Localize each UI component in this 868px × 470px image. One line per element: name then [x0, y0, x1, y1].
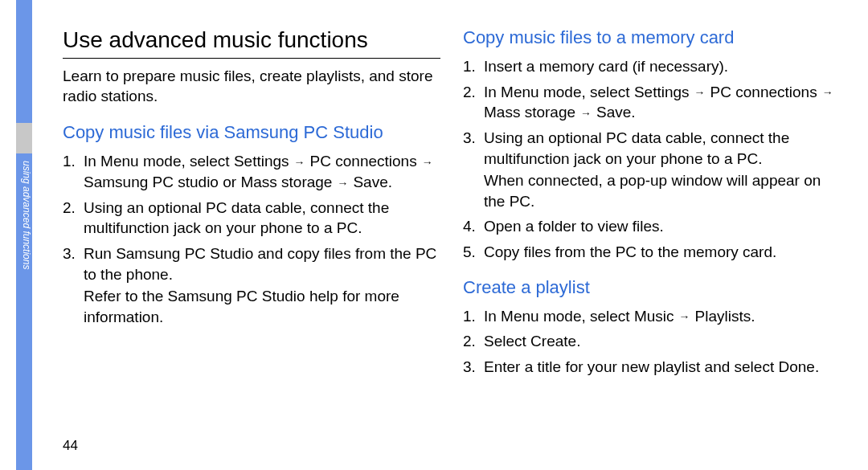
right-column: Copy music files to a memory card Insert… [463, 27, 841, 382]
path-segment: Playlists [695, 308, 751, 325]
path-segment: Music [634, 308, 674, 325]
sub-heading-pc-studio: Copy music files via Samsung PC Studio [63, 122, 440, 143]
arrow-icon: → [422, 155, 433, 170]
list-text: . [388, 174, 392, 190]
list-item: Insert a memory card (if necessary). [463, 56, 841, 77]
arrow-icon: → [294, 155, 305, 170]
path-segment: Samsung PC studio [84, 174, 219, 190]
list-item: In Menu mode, select Settings→PC connect… [463, 82, 841, 123]
path-segment: Mass storage [240, 174, 332, 190]
list-continue: Refer to the Samsung PC Studio help for … [84, 286, 440, 327]
path-segment: Save [596, 104, 631, 121]
list-item: Open a folder to view files. [463, 216, 841, 237]
list-item: In Menu mode, select Settings→PC connect… [63, 151, 440, 192]
path-segment: Mass storage [484, 104, 575, 121]
arrow-icon: → [337, 176, 348, 191]
list-text: In Menu mode, select [484, 84, 634, 100]
arrow-icon: → [822, 85, 833, 100]
path-segment: PC connections [310, 153, 417, 170]
arrow-icon: → [580, 106, 592, 121]
main-heading: Use advanced music functions [63, 27, 440, 59]
intro-text: Learn to prepare music files, create pla… [63, 67, 440, 106]
list-text: Using an optional PC data cable, connect… [484, 129, 789, 167]
sidebar-tab [16, 123, 32, 153]
list-continue: When connected, a pop-up window will app… [484, 170, 841, 211]
list-item: Copy files from the PC to the memory car… [463, 242, 841, 263]
list-text: In Menu mode, select [84, 153, 234, 170]
page-number: 44 [63, 438, 78, 454]
pc-studio-list: In Menu mode, select Settings→PC connect… [63, 151, 440, 327]
memory-card-list: Insert a memory card (if necessary). In … [463, 56, 841, 263]
sub-heading-memory-card: Copy music files to a memory card [463, 27, 841, 48]
list-text: . [576, 333, 580, 349]
list-text: In Menu mode, select [484, 308, 634, 325]
path-segment: Settings [634, 84, 690, 100]
list-text: Enter a title for your new playlist and … [484, 358, 778, 375]
list-text: Select [484, 333, 530, 349]
sub-heading-playlist: Create a playlist [463, 277, 841, 298]
left-column: Use advanced music functions Learn to pr… [63, 27, 440, 382]
path-segment: Create [530, 333, 576, 349]
list-text: Open a folder to view files. [484, 218, 664, 235]
arrow-icon: → [694, 85, 706, 100]
list-item: Using an optional PC data cable, connect… [63, 198, 440, 239]
path-segment: PC connections [710, 84, 817, 100]
list-text: Copy files from the PC to the memory car… [484, 243, 776, 260]
path-segment: Settings [234, 153, 289, 170]
path-segment: Save [353, 174, 387, 190]
sidebar-label: using advanced functions [18, 161, 32, 337]
list-item: Enter a title for your new playlist and … [463, 357, 841, 378]
list-text: Insert a memory card (if necessary). [484, 58, 728, 75]
list-text: . [815, 358, 819, 375]
list-text: Run Samsung PC Studio and copy files fro… [84, 245, 436, 283]
arrow-icon: → [679, 309, 690, 325]
list-text: Using an optional PC data cable, connect… [84, 199, 389, 237]
list-item: Select Create. [463, 331, 841, 352]
playlist-list: In Menu mode, select Music→Playlists. Se… [463, 306, 841, 378]
list-text: or [219, 174, 240, 190]
list-item: Run Samsung PC Studio and copy files fro… [63, 243, 440, 328]
page-content: Use advanced music functions Learn to pr… [63, 27, 842, 382]
list-item: Using an optional PC data cable, connect… [463, 128, 841, 212]
path-segment: Done [778, 358, 814, 375]
list-text: . [751, 308, 755, 325]
list-item: In Menu mode, select Music→Playlists. [463, 306, 841, 327]
list-text: . [631, 104, 635, 121]
